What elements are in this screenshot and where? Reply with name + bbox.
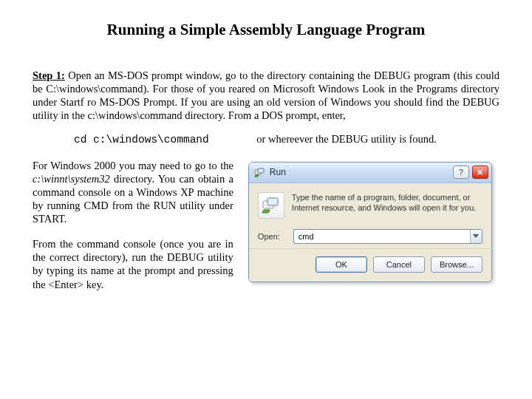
open-label: Open: — [258, 232, 287, 241]
help-button[interactable]: ? — [453, 166, 469, 179]
svg-rect-1 — [258, 168, 264, 173]
browse-button[interactable]: Browse... — [431, 256, 482, 273]
run-dialog-titlebar[interactable]: Run ? ✕ — [249, 163, 491, 183]
ok-button[interactable]: OK — [316, 256, 367, 273]
paragraph-run-debug: From the command console (once you are i… — [33, 237, 233, 291]
run-dialog: Run ? ✕ — [248, 162, 492, 282]
open-value: cmd — [294, 232, 470, 241]
run-dialog-title: Run — [270, 167, 453, 177]
para2-a: For Windows 2000 you may need to go to t… — [33, 160, 233, 171]
command-row: cd c:\windows\command or whereever the D… — [33, 133, 499, 146]
cancel-button[interactable]: Cancel — [373, 256, 425, 273]
close-icon: ✕ — [477, 168, 483, 177]
command-note: or whereever the DEBUG utility is found. — [256, 133, 499, 146]
run-dialog-buttons: OK Cancel Browse... — [249, 248, 491, 282]
chevron-down-icon — [473, 234, 479, 239]
close-button[interactable]: ✕ — [472, 166, 488, 179]
para2-italic: c:\winnt\system32 — [33, 173, 110, 185]
paragraph-windows2000: For Windows 2000 you may need to go to t… — [33, 159, 233, 226]
command-text: cd c:\windows\command — [33, 134, 256, 146]
run-dialog-icon — [258, 192, 284, 219]
svg-rect-3 — [267, 198, 278, 205]
open-combobox[interactable]: cmd — [293, 229, 482, 244]
step1-label: Step 1: — [33, 69, 65, 81]
run-icon — [253, 166, 265, 178]
help-icon: ? — [459, 168, 463, 177]
page-title: Running a Simple Assembly Language Progr… — [33, 21, 499, 39]
step1-paragraph: Step 1: Open an MS-DOS prompt window, go… — [33, 69, 499, 123]
run-dialog-description: Type the name of a program, folder, docu… — [292, 192, 482, 214]
open-dropdown-button[interactable] — [470, 230, 482, 243]
step1-text: Open an MS-DOS prompt window, go to the … — [33, 69, 499, 121]
